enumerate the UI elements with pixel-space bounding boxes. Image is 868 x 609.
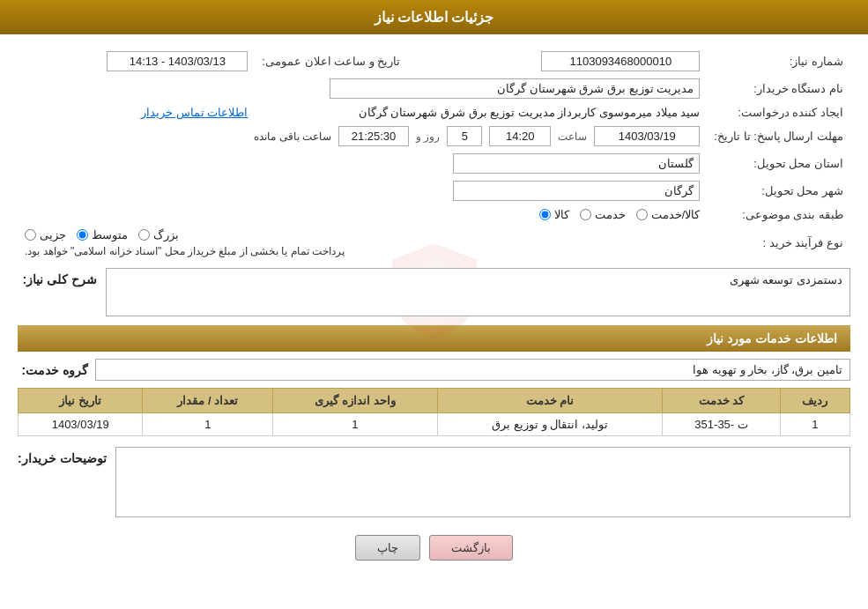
serviceGroup-value: تامین برق، گاز، بخار و تهویه هوا (95, 359, 850, 381)
buyer-desc-box (115, 447, 850, 517)
description-value: دستمزدی توسعه شهری (730, 273, 842, 286)
row-reply-deadline: مهلت ارسال پاسخ: تا تاریخ: 1403/03/19 سا… (18, 123, 850, 150)
purchaseType-note: پرداخت تمام یا بخشی از مبلغ خریداز محل "… (25, 245, 345, 257)
row-purchase-type: نوع فرآیند خرید : بزرگ متوسط (18, 225, 850, 261)
announceDate-value: 1403/03/13 - 14:13 (107, 51, 248, 71)
replyDeadline-label: مهلت ارسال پاسخ: تا تاریخ: (707, 123, 850, 150)
service-group-row: تامین برق، گاز، بخار و تهویه هوا گروه خد… (18, 359, 850, 381)
needNumber-label: شماره نیاز: (707, 48, 850, 75)
description-section: A دستمزدی توسعه شهری شرح کلی نیاز: (18, 268, 850, 316)
table-header-row: ردیف کد خدمت نام خدمت واحد اندازه گیری ت… (19, 389, 850, 413)
city-label: شهر محل تحویل: (707, 177, 850, 204)
replyDate-value: 1403/03/19 (594, 126, 700, 146)
cell-qty: 1 (143, 413, 273, 436)
info-table: شماره نیاز: 1103093468000010 تاریخ و ساع… (18, 48, 850, 261)
serviceGroup-label: گروه خدمت: (18, 363, 88, 377)
creator-value: سید میلاد میرموسوی کاربرداز مدیریت توزیع… (359, 106, 701, 119)
services-table: ردیف کد خدمت نام خدمت واحد اندازه گیری ت… (18, 388, 850, 436)
content-area: شماره نیاز: 1103093468000010 تاریخ و ساع… (0, 34, 868, 583)
time-row: 1403/03/19 ساعت 14:20 5 روز و 21:25:30 س… (25, 126, 700, 146)
buyer-desc-label: توضیحات خریدار: (18, 447, 107, 465)
category-option-1-label: کالا (554, 208, 569, 221)
category-option-3: کالا/خدمت (636, 208, 701, 221)
purchaseType-option-3: بزرگ (138, 228, 179, 241)
col-qty: تعداد / مقدار (143, 389, 273, 413)
table-head: ردیف کد خدمت نام خدمت واحد اندازه گیری ت… (19, 389, 850, 413)
category-radio-group: کالا/خدمت خدمت کالا (25, 208, 700, 221)
page-wrapper: جزئیات اطلاعات نیاز شماره نیاز: 11030934… (0, 0, 868, 609)
creator-label: ایجاد کننده درخواست: (707, 102, 850, 123)
purchaseType-radio-1[interactable] (25, 229, 36, 241)
print-button[interactable]: چاپ (355, 535, 420, 561)
purchaseType-radio-3[interactable] (138, 229, 150, 241)
category-option-2-label: خدمت (595, 208, 626, 221)
cell-code: ت -35-351 (663, 413, 780, 436)
category-option-2: خدمت (580, 208, 626, 221)
services-section-title: اطلاعات خدمات مورد نیاز (18, 325, 850, 352)
cell-date: 1403/03/19 (19, 413, 143, 436)
buyer-desc-section: توضیحات خریدار: (18, 447, 850, 517)
page-title: جزئیات اطلاعات نیاز (375, 10, 494, 25)
table-body: 1 ت -35-351 تولید، انتقال و توزیع برق 1 … (19, 413, 850, 436)
category-radio-2[interactable] (580, 209, 591, 220)
cell-row: 1 (780, 413, 849, 436)
purchaseType-option-2: متوسط (77, 228, 128, 241)
col-row: ردیف (780, 389, 849, 413)
category-radio-3[interactable] (636, 209, 648, 220)
replyDays-value: 5 (447, 126, 482, 146)
row-category: طبقه بندی موضوعی: کالا/خدمت خدمت کالا (18, 204, 850, 225)
col-date: تاریخ نیاز (19, 389, 143, 413)
description-box: دستمزدی توسعه شهری (106, 268, 850, 316)
creator-link[interactable]: اطلاعات تماس خریدار (141, 106, 248, 119)
purchaseType-radio-2[interactable] (77, 229, 88, 241)
cell-name: تولید، انتقال و توزیع برق (437, 413, 663, 436)
category-label: طبقه بندی موضوعی: (707, 204, 850, 225)
buttons-row: بازگشت چاپ (18, 535, 850, 561)
cell-unit: 1 (273, 413, 437, 436)
row-province: استان محل تحویل: گلستان (18, 150, 850, 177)
purchaseType-radio-group: بزرگ متوسط جزیی (25, 228, 179, 241)
time-label: ساعت (558, 130, 587, 143)
row-city: شهر محل تحویل: گرگان (18, 177, 850, 204)
row-need-number: شماره نیاز: 1103093468000010 تاریخ و ساع… (18, 48, 850, 75)
replyTime-value: 14:20 (489, 126, 551, 146)
category-option-1: کالا (539, 208, 569, 221)
col-code: کد خدمت (663, 389, 780, 413)
purchaseType-option-1: جزیی (25, 228, 66, 241)
province-label: استان محل تحویل: (707, 150, 850, 177)
table-row: 1 ت -35-351 تولید، انتقال و توزیع برق 1 … (19, 413, 850, 436)
category-option-3-label: کالا/خدمت (651, 208, 701, 221)
row-buyer-org: نام دستگاه خریدار: مدیریت توزیع برق شرق … (18, 75, 850, 102)
description-label: شرح کلی نیاز: (18, 268, 97, 286)
back-button[interactable]: بازگشت (429, 535, 513, 561)
col-name: نام خدمت (437, 389, 663, 413)
row-creator: ایجاد کننده درخواست: سید میلاد میرموسوی … (18, 102, 850, 123)
days-label: روز و (416, 130, 440, 143)
city-value: گرگان (453, 181, 700, 201)
replyRemaining-value: 21:25:30 (338, 126, 409, 146)
category-radio-1[interactable] (539, 209, 551, 220)
purchaseType-option-1-label: جزیی (40, 228, 66, 241)
needNumber-value: 1103093468000010 (541, 51, 700, 71)
remaining-label: ساعت باقی مانده (254, 130, 331, 143)
page-header: جزئیات اطلاعات نیاز (0, 0, 868, 34)
purchaseType-option-2-label: متوسط (92, 228, 128, 241)
province-value: گلستان (453, 153, 700, 174)
buyerOrg-label: نام دستگاه خریدار: (707, 75, 850, 102)
purchaseType-option-3-label: بزرگ (153, 228, 179, 241)
buyerOrg-value: مدیریت توزیع برق شرق شهرستان گرگان (330, 78, 700, 99)
purchaseType-label: نوع فرآیند خرید : (707, 225, 850, 261)
announceDate-label: تاریخ و ساعت اعلان عمومی: (255, 48, 407, 75)
col-unit: واحد اندازه گیری (273, 389, 437, 413)
